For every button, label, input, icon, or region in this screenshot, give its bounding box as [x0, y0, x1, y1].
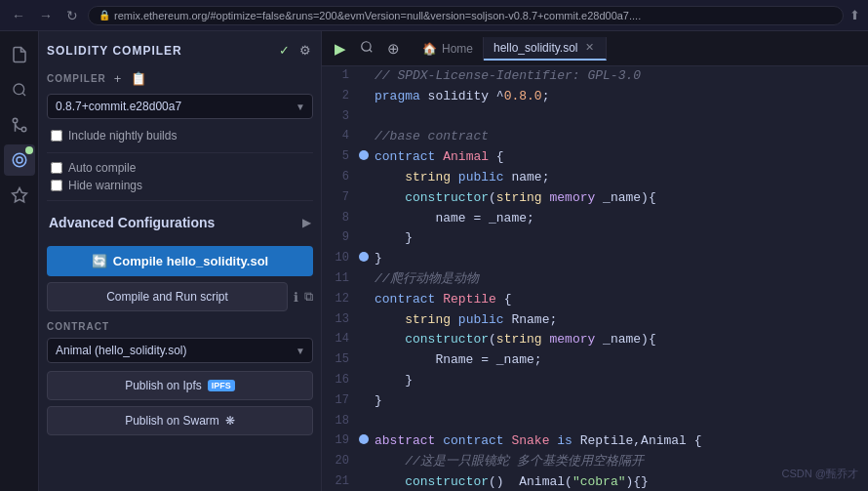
- browser-top-bar: ← → ↻ 🔒 remix.ethereum.org/#optimize=fal…: [0, 0, 868, 31]
- svg-point-5: [17, 157, 22, 163]
- line-code: //爬行动物是动物: [371, 269, 868, 290]
- line-number: 7: [322, 188, 357, 209]
- add-compiler-button[interactable]: +: [112, 69, 124, 88]
- sidebar-item-deploy[interactable]: [4, 180, 35, 211]
- forward-button[interactable]: →: [35, 6, 57, 25]
- line-code: [371, 107, 868, 128]
- publish-swarm-button[interactable]: Publish on Swarm ❋: [47, 406, 313, 435]
- run-script-button[interactable]: Compile and Run script: [47, 282, 288, 311]
- file-tab[interactable]: hello_solidity.sol ✕: [484, 37, 607, 61]
- code-table: 1// SPDX-License-Identifier: GPL-3.02pra…: [322, 66, 868, 491]
- nightly-builds-label[interactable]: Include nightly builds: [68, 129, 177, 143]
- file-tab-close[interactable]: ✕: [583, 42, 596, 53]
- check-button[interactable]: ✓: [277, 41, 292, 60]
- line-number: 19: [322, 431, 357, 452]
- table-row: 1// SPDX-License-Identifier: GPL-3.0: [322, 66, 868, 87]
- address-bar[interactable]: 🔒 remix.ethereum.org/#optimize=false&run…: [88, 6, 844, 25]
- svg-marker-6: [12, 188, 26, 202]
- nightly-builds-checkbox[interactable]: [51, 130, 62, 142]
- table-row: 17}: [322, 391, 868, 412]
- svg-point-7: [362, 42, 371, 51]
- line-gutter: [357, 107, 371, 128]
- svg-point-0: [14, 84, 24, 95]
- line-code: constructor(string memory _name){: [371, 330, 868, 350]
- share-button[interactable]: ⬆: [849, 8, 860, 22]
- url-text: remix.ethereum.org/#optimize=false&runs=…: [114, 10, 641, 21]
- line-number: 21: [322, 472, 357, 491]
- line-code: abstract contract Snake is Reptile,Anima…: [371, 431, 868, 452]
- table-row: 5contract Animal {: [322, 147, 868, 168]
- play-button[interactable]: ▶: [330, 37, 351, 61]
- line-code: contract Animal {: [371, 147, 868, 168]
- line-code: string public name;: [371, 168, 868, 188]
- table-row: 11//爬行动物是动物: [322, 269, 868, 290]
- table-row: 6 string public name;: [322, 168, 868, 188]
- sidebar-item-git[interactable]: [4, 109, 35, 141]
- sidebar-item-compile[interactable]: [4, 144, 35, 176]
- line-code: [371, 412, 868, 432]
- line-gutter: [357, 228, 371, 249]
- chevron-right-icon: ▶: [302, 216, 311, 229]
- contract-select-wrapper: Animal (hello_solidity.sol) ▼: [47, 338, 313, 363]
- sidebar-item-files[interactable]: [4, 39, 35, 70]
- sidebar-item-search[interactable]: [4, 74, 35, 105]
- divider-2: [47, 200, 313, 201]
- hide-warnings-label[interactable]: Hide warnings: [68, 179, 142, 192]
- line-number: 6: [322, 168, 357, 188]
- table-row: 18: [322, 412, 868, 432]
- table-row: 7 constructor(string memory _name){: [322, 188, 868, 209]
- compile-button[interactable]: 🔄 Compile hello_solidity.sol: [47, 246, 313, 276]
- home-tab[interactable]: 🏠 Home: [413, 37, 484, 61]
- line-gutter: [357, 168, 371, 188]
- line-code: string public Rname;: [371, 310, 868, 331]
- panel-title: SOLIDITY COMPILER: [47, 44, 182, 58]
- line-gutter: [357, 330, 371, 350]
- hide-warnings-checkbox[interactable]: [51, 180, 62, 191]
- home-tab-label: Home: [442, 42, 473, 56]
- line-number: 1: [322, 66, 357, 87]
- file-compiler-button[interactable]: 📋: [129, 69, 148, 88]
- line-code: //base contract: [371, 127, 868, 147]
- table-row: 13 string public Rname;: [322, 310, 868, 331]
- table-row: 4//base contract: [322, 127, 868, 147]
- auto-compile-label[interactable]: Auto compile: [68, 161, 136, 175]
- ipfs-badge: IPFS: [208, 380, 235, 391]
- publish-ipfs-button[interactable]: Publish on Ipfs IPFS: [47, 371, 313, 400]
- table-row: 8 name = _name;: [322, 209, 868, 229]
- line-number: 8: [322, 209, 357, 229]
- run-script-row: Compile and Run script ℹ ⧉: [47, 282, 313, 311]
- svg-line-8: [370, 50, 373, 53]
- table-row: 16 }: [322, 371, 868, 391]
- line-gutter: [357, 350, 371, 371]
- contract-section-label: CONTRACT: [47, 321, 313, 332]
- line-code: constructor() Animal("cobra"){}: [371, 472, 868, 491]
- code-editor[interactable]: 1// SPDX-License-Identifier: GPL-3.02pra…: [322, 66, 868, 491]
- advanced-configurations-row[interactable]: Advanced Configurations ▶: [47, 209, 313, 236]
- reload-button[interactable]: ↻: [62, 6, 82, 25]
- svg-point-3: [13, 118, 18, 123]
- auto-compile-checkbox[interactable]: [51, 162, 62, 174]
- line-number: 20: [322, 452, 357, 472]
- line-number: 9: [322, 228, 357, 249]
- line-gutter: [357, 249, 371, 269]
- copy-button[interactable]: ⧉: [304, 289, 313, 305]
- contract-select[interactable]: Animal (hello_solidity.sol): [47, 338, 313, 363]
- settings-button[interactable]: ⚙: [297, 41, 313, 60]
- swarm-icon: ❋: [225, 414, 235, 428]
- line-code: contract Reptile {: [371, 290, 868, 310]
- info-button[interactable]: ℹ: [294, 290, 298, 305]
- left-panel: SOLIDITY COMPILER ✓ ⚙ COMPILER + 📋 0.8.7…: [39, 31, 322, 491]
- publish-swarm-label: Publish on Swarm: [125, 414, 219, 428]
- table-row: 15 Rname = _name;: [322, 350, 868, 371]
- table-row: 20 //这是一只眼镜蛇 多个基类使用空格隔开: [322, 452, 868, 472]
- contract-section: CONTRACT Animal (hello_solidity.sol) ▼ P…: [47, 321, 313, 435]
- zoom-editor-button[interactable]: ⊕: [382, 37, 405, 61]
- back-button[interactable]: ←: [8, 6, 29, 25]
- line-code: //这是一只眼镜蛇 多个基类使用空格隔开: [371, 452, 868, 472]
- compiler-version-select[interactable]: 0.8.7+commit.e28d00a7: [47, 94, 313, 119]
- home-tab-icon: 🏠: [422, 42, 437, 56]
- table-row: 19abstract contract Snake is Reptile,Ani…: [322, 431, 868, 452]
- search-editor-button[interactable]: [355, 37, 378, 60]
- compile-btn-label: Compile hello_solidity.sol: [113, 254, 268, 268]
- nightly-builds-row: Include nightly builds: [51, 129, 313, 143]
